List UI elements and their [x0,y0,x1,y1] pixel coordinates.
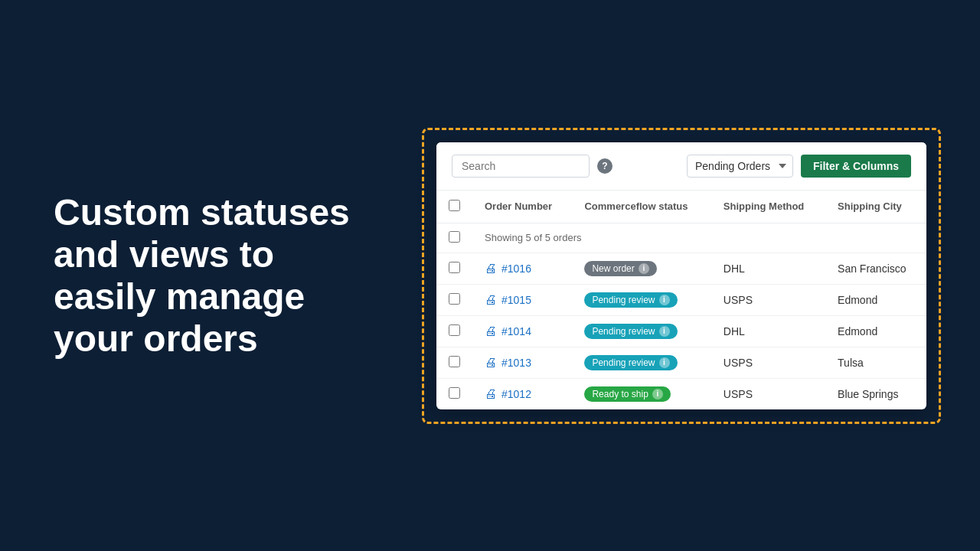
order-link-0[interactable]: 🖨 #1016 [485,262,560,276]
row-checkbox-4[interactable] [449,387,460,399]
row-shipping-method: DHL [711,253,825,284]
table-row: 🖨 #1012 Ready to ship i USPS Blue Spring… [436,378,926,409]
status-info-icon[interactable]: i [659,326,670,337]
showing-label: Showing 5 of 5 orders [472,223,926,253]
status-badge: Ready to ship i [584,386,670,402]
order-link-2[interactable]: 🖨 #1014 [485,324,560,338]
hero-text: Custom statuses and views to easily mana… [54,191,352,360]
row-order-id: 🖨 #1016 [472,253,572,284]
order-link-1[interactable]: 🖨 #1015 [485,293,560,307]
status-badge: New order i [584,261,656,276]
row-checkbox-cell [436,378,472,409]
table-row: 🖨 #1015 Pending review i USPS Edmond [436,284,926,315]
printer-icon: 🖨 [485,356,497,370]
showing-row: Showing 5 of 5 orders [436,223,926,253]
showing-checkbox[interactable] [449,231,460,243]
row-shipping-method: USPS [711,347,825,378]
status-cell: New order i [584,261,698,276]
order-link-4[interactable]: 🖨 #1012 [485,387,560,401]
row-status: Ready to ship i [572,378,710,409]
status-cell: Ready to ship i [584,386,698,402]
status-cell: Pending review i [584,292,698,308]
status-cell: Pending review i [584,355,698,370]
orders-table-container: Order Number Commerceflow status Shippin… [436,191,926,409]
col-order-number: Order Number [472,191,572,223]
row-status: Pending review i [572,315,710,347]
row-status: Pending review i [572,347,710,378]
printer-icon: 🖨 [485,324,497,338]
panel-header: ? Pending Orders All Orders New Orders F… [436,142,926,191]
hero-line3: easily manage [54,276,305,317]
hero-line4: your orders [54,318,258,359]
row-checkbox-3[interactable] [449,356,460,367]
select-all-checkbox[interactable] [449,200,460,211]
row-checkbox-cell [436,315,472,347]
row-shipping-method: USPS [711,284,825,315]
orders-table: Order Number Commerceflow status Shippin… [436,191,926,409]
table-row: 🖨 #1014 Pending review i DHL Edmond [436,315,926,347]
status-badge: Pending review i [584,292,677,308]
status-badge: Pending review i [584,355,677,370]
search-input[interactable] [452,155,590,178]
row-order-id: 🖨 #1015 [472,284,572,315]
row-shipping-city: Blue Springs [825,378,926,409]
row-status: Pending review i [572,284,710,315]
help-icon[interactable]: ? [597,158,612,174]
printer-icon: 🖨 [485,387,497,401]
row-shipping-method: USPS [711,378,825,409]
status-cell: Pending review i [584,324,698,339]
right-section: ? Pending Orders All Orders New Orders F… [398,105,980,447]
printer-icon: 🖨 [485,262,497,276]
row-shipping-city: Tulsa [825,347,926,378]
row-shipping-method: DHL [711,315,825,347]
row-checkbox-cell [436,253,472,284]
status-badge: Pending review i [584,324,677,339]
row-checkbox-1[interactable] [449,293,460,305]
row-checkbox-cell [436,347,472,378]
dashed-border: ? Pending Orders All Orders New Orders F… [422,128,941,424]
status-info-icon[interactable]: i [652,389,663,399]
row-checkbox-2[interactable] [449,324,460,336]
table-row: 🖨 #1013 Pending review i USPS Tulsa [436,347,926,378]
table-row: 🖨 #1016 New order i DHL San Francisco [436,253,926,284]
row-checkbox-cell [436,284,472,315]
hero-line2: and views to [54,234,274,275]
row-status: New order i [572,253,710,284]
row-order-id: 🖨 #1014 [472,315,572,347]
row-shipping-city: Edmond [825,315,926,347]
hero-line1: Custom statuses [54,192,350,233]
select-all-header [436,191,472,223]
col-shipping-method: Shipping Method [711,191,825,223]
status-info-icon[interactable]: i [659,295,670,305]
row-order-id: 🖨 #1012 [472,378,572,409]
status-info-icon[interactable]: i [639,263,649,274]
row-checkbox-0[interactable] [449,262,460,273]
col-commerceflow-status: Commerceflow status [572,191,710,223]
row-order-id: 🖨 #1013 [472,347,572,378]
order-link-3[interactable]: 🖨 #1013 [485,356,560,370]
orders-panel: ? Pending Orders All Orders New Orders F… [436,142,926,409]
filter-columns-button[interactable]: Filter & Columns [801,155,911,178]
printer-icon: 🖨 [485,293,497,307]
pending-orders-dropdown[interactable]: Pending Orders All Orders New Orders [687,155,793,178]
row-shipping-city: San Francisco [825,253,926,284]
hero-section: Custom statuses and views to easily mana… [0,145,398,406]
col-shipping-city: Shipping City [825,191,926,223]
status-info-icon[interactable]: i [659,357,670,368]
row-shipping-city: Edmond [825,284,926,315]
